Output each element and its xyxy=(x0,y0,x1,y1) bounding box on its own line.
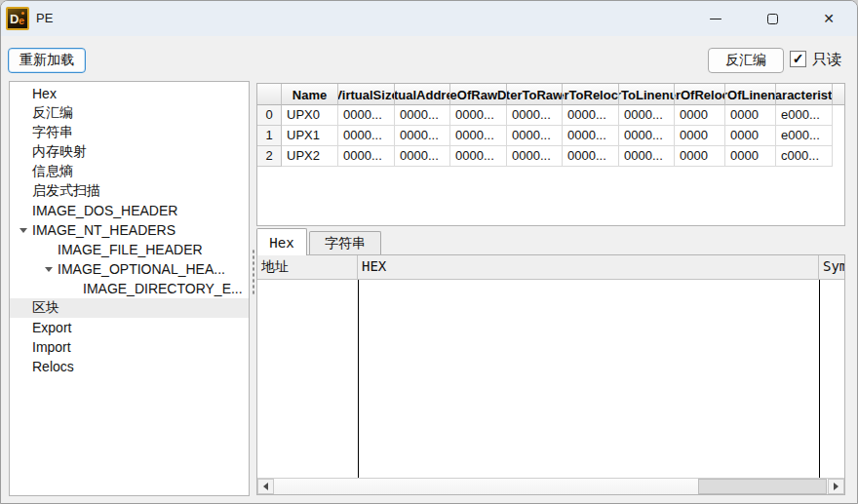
window-controls: ✕ xyxy=(687,1,857,36)
maximize-button[interactable] xyxy=(744,1,800,36)
app-window: D e PE ✕ 重新加载 反汇编 ✓ 只读 Hex反汇编字符串内存映射信息熵启… xyxy=(0,0,858,504)
section-row-upx2[interactable]: 2UPX20000...0000...0000...0000...0000...… xyxy=(257,146,844,167)
sections-table-header: NameVirtualSizeVirtualAddressSizeOfRawDa… xyxy=(257,84,844,105)
tab-hex[interactable]: Hex xyxy=(256,228,307,255)
column-header-label: NumberOfRelocations xyxy=(675,87,725,101)
column-header-PointerToLinenumbers[interactable]: PointerToLinenumbers xyxy=(619,84,675,105)
checkmark-icon: ✓ xyxy=(793,52,804,65)
readonly-label: 只读 xyxy=(812,51,841,69)
table-cell: 0000... xyxy=(338,105,395,126)
table-cell: 0000 xyxy=(725,126,776,146)
scrollbar-thumb[interactable] xyxy=(698,479,827,494)
tree-item-image_nt_headers[interactable]: IMAGE_NT_HEADERS xyxy=(10,220,249,240)
tree-item-relocs[interactable]: Relocs xyxy=(10,357,249,376)
hex-column-symbols: Symbols xyxy=(819,255,844,280)
tree-item-label: Import xyxy=(32,339,71,355)
table-cell: c000... xyxy=(776,146,833,167)
tree-item-字符串[interactable]: 字符串 xyxy=(10,123,249,142)
table-cell: 0000... xyxy=(395,126,450,146)
table-cell: UPX0 xyxy=(282,105,338,126)
tree-item-内存映射[interactable]: 内存映射 xyxy=(10,142,249,162)
minimize-icon xyxy=(710,19,722,19)
hex-column-address: 地址 xyxy=(257,255,358,280)
column-header-label: SizeOfRawData xyxy=(450,87,507,101)
disassemble-button[interactable]: 反汇编 xyxy=(708,48,784,73)
app-icon: D e xyxy=(6,7,29,30)
reload-button[interactable]: 重新加载 xyxy=(8,48,86,73)
column-header-Name[interactable]: Name xyxy=(282,84,338,105)
bottom-tab-bar: Hex字符串 xyxy=(256,228,381,255)
table-cell: 0000... xyxy=(619,146,675,167)
close-icon: ✕ xyxy=(823,12,835,25)
table-cell: 0000... xyxy=(338,126,395,146)
tree-item-label: IMAGE_DOS_HEADER xyxy=(32,203,177,218)
tree-item-信息熵[interactable]: 信息熵 xyxy=(10,162,249,181)
table-cell: 0000... xyxy=(507,126,563,146)
navigation-tree: Hex反汇编字符串内存映射信息熵启发式扫描IMAGE_DOS_HEADERIMA… xyxy=(9,81,250,496)
close-button[interactable]: ✕ xyxy=(800,1,857,36)
column-header-label: PointerToRelocations xyxy=(563,87,619,101)
triangle-down-icon xyxy=(20,228,27,233)
tree-item-import[interactable]: Import xyxy=(10,337,249,357)
column-header-label: PointerToLinenumbers xyxy=(619,87,675,101)
table-cell: 0000... xyxy=(619,126,675,146)
column-header-label: Characteristics xyxy=(776,87,833,101)
arrow-left-icon xyxy=(263,483,268,490)
tree-item-image_directory_e-[interactable]: IMAGE_DIRECTORY_E... xyxy=(10,279,249,298)
column-header-PointerToRawData[interactable]: PointerToRawData xyxy=(507,84,563,105)
expand-arrow-icon[interactable] xyxy=(40,267,58,272)
scrollbar-track[interactable] xyxy=(274,479,828,494)
table-cell: 0000... xyxy=(338,146,395,167)
table-cell: 0000 xyxy=(675,146,725,167)
table-cell: 0000 xyxy=(725,105,776,126)
column-header-SizeOfRawData[interactable]: SizeOfRawData xyxy=(450,84,507,105)
column-header-NumberOfRelocations[interactable]: NumberOfRelocations xyxy=(675,84,725,105)
scroll-left-button[interactable] xyxy=(257,479,274,494)
tree-item-image_file_header[interactable]: IMAGE_FILE_HEADER xyxy=(10,240,249,259)
column-header-PointerToRelocations[interactable]: PointerToRelocations xyxy=(563,84,619,105)
section-row-upx0[interactable]: 0UPX00000...0000...0000...0000...0000...… xyxy=(257,105,844,126)
row-index-cell: 2 xyxy=(257,146,282,167)
table-cell: 0000... xyxy=(450,105,507,126)
tree-item-label: Export xyxy=(32,320,71,335)
tree-item-label: 区块 xyxy=(32,299,59,317)
expand-arrow-icon[interactable] xyxy=(15,228,32,233)
hex-symbols-divider xyxy=(819,280,820,478)
tree-item-label: IMAGE_NT_HEADERS xyxy=(32,222,176,238)
tree-item-label: 启发式扫描 xyxy=(32,182,100,200)
titlebar: D e PE ✕ xyxy=(1,1,857,36)
tree-item-export[interactable]: Export xyxy=(10,318,249,337)
table-cell: 0000... xyxy=(563,105,619,126)
column-header-VirtualSize[interactable]: VirtualSize xyxy=(338,84,395,105)
tree-item-image_optional_hea-[interactable]: IMAGE_OPTIONAL_HEA... xyxy=(10,259,249,279)
table-cell: 0000... xyxy=(563,146,619,167)
column-header-NumberOfLinenumbers[interactable]: NumberOfLinenumbers xyxy=(725,84,776,105)
table-cell: 0000... xyxy=(450,126,507,146)
column-header-VirtualAddress[interactable]: VirtualAddress xyxy=(395,84,450,105)
column-header-Characteristics[interactable]: Characteristics xyxy=(776,84,833,105)
tree-item-label: 内存映射 xyxy=(32,143,87,161)
sections-table-body: 0UPX00000...0000...0000...0000...0000...… xyxy=(257,105,844,167)
section-row-upx1[interactable]: 1UPX10000...0000...0000...0000...0000...… xyxy=(257,126,844,146)
table-cell: 0000 xyxy=(675,126,725,146)
table-cell: 0000 xyxy=(675,105,725,126)
tree-item-image_dos_header[interactable]: IMAGE_DOS_HEADER xyxy=(10,201,249,220)
column-header-filler xyxy=(833,84,844,105)
scroll-right-button[interactable] xyxy=(828,479,844,494)
readonly-checkbox[interactable]: ✓ xyxy=(790,51,806,67)
tree-item-hex[interactable]: Hex xyxy=(10,84,249,103)
tab-字符串[interactable]: 字符串 xyxy=(309,231,381,255)
column-header-row-index[interactable] xyxy=(257,84,282,105)
tree-item-反汇编[interactable]: 反汇编 xyxy=(10,103,249,123)
tree-item-启发式扫描[interactable]: 启发式扫描 xyxy=(10,181,249,201)
column-header-label: VirtualAddress xyxy=(395,87,450,101)
column-header-label: Name xyxy=(292,87,327,101)
tree-item-区块[interactable]: 区块 xyxy=(10,298,249,318)
table-cell: 0000... xyxy=(563,126,619,146)
minimize-button[interactable] xyxy=(687,1,744,36)
hex-viewer-body[interactable] xyxy=(257,280,844,478)
sections-table: NameVirtualSizeVirtualAddressSizeOfRawDa… xyxy=(256,83,845,226)
hex-viewer: 地址 HEX Symbols xyxy=(256,254,845,495)
hex-column-divider xyxy=(358,280,359,478)
tree-item-label: IMAGE_FILE_HEADER xyxy=(58,242,203,257)
